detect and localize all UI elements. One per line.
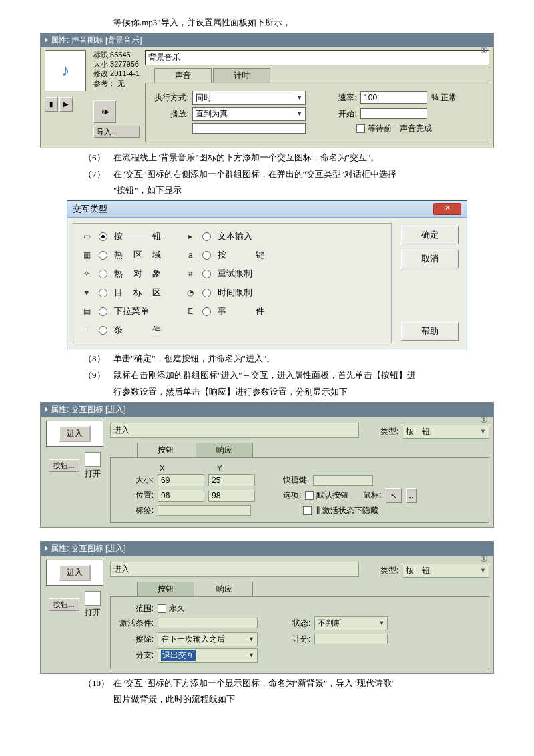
shortcut-input[interactable] [313,475,373,486]
tab-response[interactable]: 响应 [196,443,253,457]
help-icon[interactable]: ① [480,415,488,425]
sound-thumb: ♪ [45,50,86,91]
ok-button[interactable]: 确定 [401,226,459,244]
opt-hotarea[interactable]: ▦热 区 域 [81,249,165,261]
cursor-more[interactable]: ‥ [406,488,417,503]
step-6: （6）在流程线上"背景音乐"图标的下方添加一个交互图标，命名为"交互"。 [83,151,507,165]
posy-input[interactable]: 98 [208,490,255,502]
opt-timelimit[interactable]: ◔时间限制 [185,287,268,299]
opt-default[interactable]: 默认按钮 [305,490,348,501]
options-right: ▸文本输入 a按 键 #重试限制 ◔时间限制 E事 件 [185,230,268,336]
tab-response[interactable]: 响应 [196,582,253,596]
rate-input[interactable]: 100 [360,91,427,104]
scope-checkbox[interactable]: 永久 [158,603,185,614]
act-label: 激活条件: [117,618,154,629]
dialog-interaction-type: 交互类型 ✕ ▭按 钮 ▦热 区 域 ✧热 对 象 ▾目 标 区 ▤下拉菜单 =… [67,200,467,349]
erase-label: 擦除: [117,634,154,645]
step-10: （10）在"交互"图标的下方添加一个显示图标，命名为"新背景"，导入"现代诗歌" [83,677,507,691]
tag-label: 标签: [117,505,154,516]
type-dropdown[interactable]: 按 钮▼ [403,425,489,439]
opt-pulldown[interactable]: ▤下拉菜单 [81,305,165,317]
help-button[interactable]: 帮助 [401,322,459,341]
act-input[interactable] [158,618,258,628]
opt-hotobj[interactable]: ✧热 对 象 [81,268,165,280]
options-left: ▭按 钮 ▦热 区 域 ✧热 对 象 ▾目 标 区 ▤下拉菜单 =条 件 [81,230,165,336]
mouse-label: 鼠标: [363,490,381,501]
name-input[interactable]: 背景音乐 [145,50,489,65]
panel3-header: 属性: 交互图标 [进入] [41,542,493,556]
pos-label: 位置: [117,490,154,501]
score-input[interactable] [314,634,388,644]
import-button[interactable]: 导入... [93,126,140,138]
scope-label: 范围: [117,603,154,614]
shortcut-label: 快捷键: [283,474,309,486]
rate-unit: % 正常 [431,92,457,104]
help-icon[interactable]: ① [480,554,488,564]
name-input[interactable]: 进入 [110,423,359,438]
opt-condition[interactable]: =条 件 [81,324,165,336]
btnset-button[interactable]: 按钮... [49,598,79,611]
open-icon[interactable] [85,591,101,606]
type-label: 类型: [380,565,398,576]
close-icon[interactable]: ✕ [433,203,461,215]
opt-button[interactable]: ▭按 钮 [81,230,165,242]
rate-label: 速率: [334,92,356,104]
panel-sound-props: 属性: 声音图标 [背景音乐] ① ♪ ▮ ▶ 标识:65545 大小:3277… [40,33,494,148]
preview-button[interactable]: 进入 [59,564,91,581]
opt-hide[interactable]: 非激活状态下隐藏 [303,505,378,516]
name-input[interactable]: 进入 [110,562,359,577]
step-9: （9）鼠标右击刚添加的群组图标"进入"→交互，进入属性面板，首先单击【按钮】进 [83,369,507,383]
tag-input[interactable] [158,505,251,516]
cancel-button[interactable]: 取消 [401,250,459,268]
opt-retry[interactable]: #重试限制 [185,268,268,280]
play-dropdown[interactable]: 直到为真▼ [192,107,306,121]
type-label: 类型: [380,426,398,437]
stop-button[interactable]: ▮ [45,97,58,112]
panel-interaction-button: 属性: 交互图标 [进入] ① 进入 按钮... 打开 进入 [40,402,494,528]
start-label: 开始: [334,108,356,120]
panel-interaction-response: 属性: 交互图标 [进入] ① 进入 按钮... 打开 进入 [40,541,494,674]
opt-keypress[interactable]: a按 键 [185,249,268,261]
exec-label: 执行方式: [152,92,188,104]
tab-sound[interactable]: 声音 [154,68,212,83]
branch-label: 分支: [117,650,154,661]
sizex-input[interactable]: 69 [158,474,204,486]
dialog-titlebar: 交互类型 ✕ [67,201,467,218]
exec-dropdown[interactable]: 同时▼ [192,91,306,105]
tab-button[interactable]: 按钮 [137,582,194,596]
sizey-input[interactable]: 25 [208,474,255,486]
panel1-header: 属性: 声音图标 [背景音乐] [41,33,493,47]
open-label: 打开 [85,468,101,480]
wait-checkbox[interactable]: 等待前一声音完成 [356,123,432,134]
btnset-button[interactable]: 按钮... [49,459,79,472]
file-info: 标识:65545 大小:3277956 修改:2011-4-1 参考： 无 🕪 … [93,50,140,142]
step-7: （7）在"交互"图标的右侧添加一个群组图标，在弹出的"交互类型"对话框中选择 [83,168,507,182]
opt-target[interactable]: ▾目 标 区 [81,287,165,299]
play-label: 播放: [152,108,188,120]
preview-button[interactable]: 进入 [59,425,91,442]
opt-textentry[interactable]: ▸文本输入 [185,230,268,242]
branch-dropdown[interactable]: 退出交互▼ [158,648,258,663]
step-7b: "按钮"，如下显示 [113,184,507,198]
size-label: 大小: [117,474,154,486]
open-label: 打开 [85,607,101,618]
type-dropdown[interactable]: 按 钮▼ [403,564,489,578]
speaker-button[interactable]: 🕪 [93,100,116,123]
start-input[interactable] [360,108,427,119]
tab-timing[interactable]: 计时 [213,68,270,83]
button-preview: 进入 [46,421,103,447]
intro-text: 等候你.mp3"导入，并设置属性面板如下所示， [113,16,507,30]
status-label: 状态: [292,618,310,629]
help-icon[interactable]: ① [480,45,488,55]
opt-event[interactable]: E事 件 [185,305,268,317]
cond-input[interactable] [192,123,306,134]
erase-dropdown[interactable]: 在下一次输入之后▼ [158,632,258,646]
panel2-header: 属性: 交互图标 [进入] [41,403,493,417]
step-9b: 行参数设置，然后单击【响应】进行参数设置，分别显示如下 [113,385,507,399]
tab-button[interactable]: 按钮 [137,443,194,457]
posx-input[interactable]: 96 [158,490,204,502]
open-icon[interactable] [85,452,101,467]
cursor-button[interactable]: ↖ [386,488,402,503]
status-dropdown[interactable]: 不判断▼ [314,616,388,630]
play-button[interactable]: ▶ [59,97,73,112]
